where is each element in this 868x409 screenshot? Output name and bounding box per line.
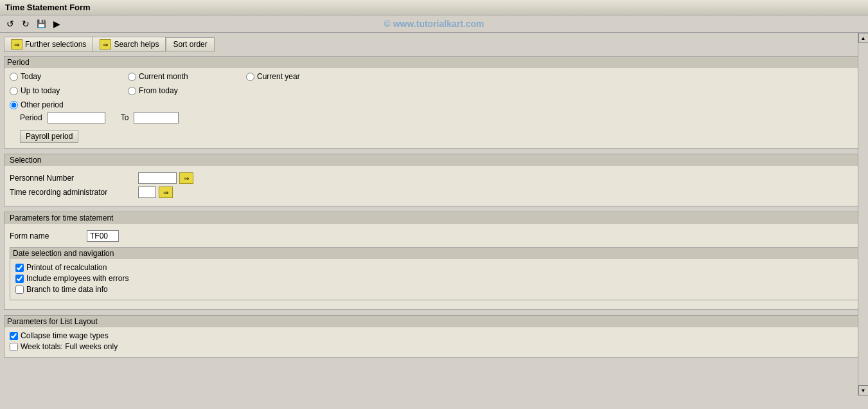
printout-recalc-label: Printout of recalculation (26, 263, 107, 272)
tabs-row: ⇒ Further selections ⇒ Search helps Sort… (4, 37, 864, 52)
period-row-1: Today Current month Current year (10, 72, 858, 81)
current-month-radio[interactable] (128, 73, 136, 81)
tab-sort-order[interactable]: Sort order (166, 37, 214, 51)
time-recording-admin-label: Time recording administrator (10, 188, 138, 197)
period-row-3: Other period (10, 100, 858, 109)
tab-search-helps-label: Search helps (114, 40, 159, 49)
period-to-input[interactable] (134, 112, 179, 123)
list-layout-section: Parameters for List Layout Collapse time… (4, 315, 864, 358)
period-radio-group: Today Current month Current year Up to t… (10, 72, 858, 109)
today-radio[interactable] (10, 73, 18, 81)
collapse-wage-types-row: Collapse time wage types (10, 331, 858, 340)
period-input-label: Period (20, 113, 42, 122)
printout-recalc-checkbox[interactable] (15, 264, 24, 272)
further-selections-arrow-icon: ⇒ (11, 39, 22, 50)
printout-recalc-row: Printout of recalculation (15, 263, 853, 272)
up-to-today-radio[interactable] (10, 87, 18, 95)
payroll-btn-row: Payroll period (10, 126, 858, 143)
from-today-radio[interactable] (128, 87, 136, 95)
scroll-down-button[interactable]: ▼ (858, 385, 869, 395)
collapse-wage-types-checkbox[interactable] (10, 332, 18, 340)
time-recording-admin-row: Time recording administrator ⇒ (10, 186, 858, 198)
params-time-inner: Form name TF00 Date selection and naviga… (4, 226, 864, 309)
include-employees-row: Include employees with errors (15, 274, 853, 283)
personnel-number-search-button[interactable]: ⇒ (179, 172, 193, 184)
current-year-radio[interactable] (246, 73, 254, 81)
tab-sort-order-label: Sort order (173, 40, 207, 49)
period-current-month-col: Current month (128, 72, 244, 81)
period-row-2: Up to today From today (10, 86, 858, 95)
payroll-period-button[interactable]: Payroll period (20, 130, 78, 143)
form-name-value: TF00 (87, 230, 119, 242)
params-time-title: Parameters for time statement (4, 212, 864, 224)
title-text: Time Statement Form (5, 3, 91, 12)
week-totals-row: Week totals: Full weeks only (10, 342, 858, 351)
time-recording-admin-search-button[interactable]: ⇒ (159, 186, 173, 198)
include-employees-label: Include employees with errors (26, 274, 128, 283)
collapse-wage-types-label: Collapse time wage types (21, 331, 109, 340)
branch-time-data-checkbox[interactable] (15, 286, 24, 294)
form-name-label: Form name (10, 232, 87, 241)
period-other-period-col: Other period (10, 100, 125, 109)
current-month-label: Current month (139, 72, 188, 81)
period-section: Period Today Current month Current year (4, 56, 864, 149)
tab-further-selections-label: Further selections (25, 40, 86, 49)
save-icon[interactable]: 💾 (35, 17, 48, 30)
period-from-today-col: From today (128, 86, 244, 95)
execute-icon[interactable]: ▶ (50, 17, 63, 30)
scrollbar[interactable]: ▲ ▼ (858, 33, 868, 395)
from-today-label: From today (139, 86, 178, 95)
include-employees-checkbox[interactable] (15, 275, 24, 283)
personnel-number-label: Personnel Number (10, 174, 138, 183)
period-current-year-col: Current year (246, 72, 362, 81)
branch-time-data-label: Branch to time data info (26, 285, 108, 294)
date-nav-box: Date selection and navigation Printout o… (10, 247, 858, 300)
personnel-number-row: Personnel Number ⇒ (10, 172, 858, 184)
list-layout-title: Parameters for List Layout (4, 316, 864, 327)
selection-inner: Personnel Number ⇒ Time recording admini… (4, 168, 864, 206)
other-period-radio[interactable] (10, 101, 18, 109)
week-totals-checkbox[interactable] (10, 343, 18, 351)
period-to-label: To (121, 113, 129, 122)
personnel-number-input[interactable] (138, 172, 177, 184)
date-nav-title: Date selection and navigation (10, 248, 858, 259)
tab-search-helps[interactable]: ⇒ Search helps (93, 37, 166, 52)
tab-further-selections[interactable]: ⇒ Further selections (4, 37, 93, 52)
today-label: Today (21, 72, 41, 81)
search-helps-arrow-icon: ⇒ (100, 39, 111, 50)
period-today-col: Today (10, 72, 125, 81)
up-to-today-label: Up to today (21, 86, 60, 95)
period-from-input[interactable] (48, 112, 105, 123)
scroll-up-button[interactable]: ▲ (858, 33, 869, 43)
time-recording-admin-input[interactable] (138, 186, 156, 198)
selection-section-title: Selection (4, 154, 864, 166)
period-input-row: Period To (10, 112, 858, 123)
watermark: © www.tutorialkart.com (384, 19, 484, 29)
branch-time-data-row: Branch to time data info (15, 285, 853, 294)
params-time-section: Parameters for time statement Form name … (4, 212, 864, 310)
period-section-title: Period (4, 57, 864, 68)
title-bar: Time Statement Form (0, 0, 868, 15)
current-year-label: Current year (257, 72, 300, 81)
back-icon[interactable]: ↺ (4, 17, 17, 30)
other-period-label: Other period (21, 100, 64, 109)
toolbar: ↺ ↻ 💾 ▶ © www.tutorialkart.com (0, 15, 868, 33)
main-content: ⇒ Further selections ⇒ Search helps Sort… (0, 33, 868, 395)
form-name-row: Form name TF00 (10, 230, 858, 242)
period-up-to-today-col: Up to today (10, 86, 125, 95)
forward-icon[interactable]: ↻ (19, 17, 32, 30)
week-totals-label: Week totals: Full weeks only (21, 342, 118, 351)
selection-section: Selection Personnel Number ⇒ Time record… (4, 154, 864, 206)
